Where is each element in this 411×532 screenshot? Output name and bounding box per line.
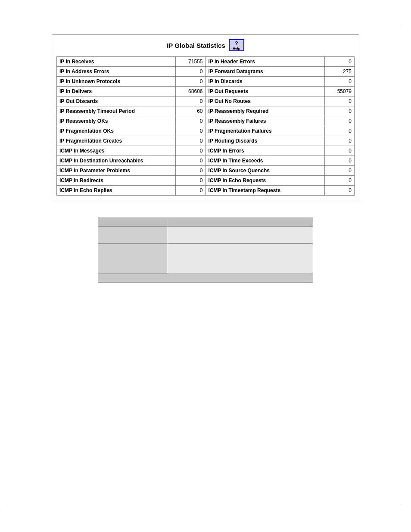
stat-right-label: IP Reassembly Failures (206, 116, 324, 126)
table-row: IP Reassembly Timeout Period60IP Reassem… (57, 106, 355, 116)
table-row: IP Fragmentation OKs0IP Fragmentation Fa… (57, 126, 355, 136)
stat-left-value: 0 (176, 156, 206, 166)
stat-right-label: IP Routing Discards (206, 136, 324, 146)
table-row: IP In Address Errors0IP Forward Datagram… (57, 67, 355, 77)
stat-left-value: 0 (176, 77, 206, 87)
bottom-divider (9, 506, 402, 506)
lower-data-col2-1 (167, 227, 313, 244)
table-row: ICMP In Messages0ICMP In Errors0 (57, 146, 355, 156)
table-row: ICMP In Redirects0ICMP In Echo Requests0 (57, 176, 355, 186)
table-row: IP In Delivers68606IP Out Requests55079 (57, 87, 355, 96)
stat-right-value: 0 (324, 146, 354, 156)
table-row: ICMP In Destination Unreachables0ICMP In… (57, 156, 355, 166)
stat-left-label: ICMP In Redirects (57, 176, 176, 186)
page-container: IP Global Statistics ? Help IP In Receiv… (0, 0, 411, 532)
stat-left-value: 0 (176, 96, 206, 106)
help-question-icon: ? (235, 40, 238, 47)
help-label: Help (233, 47, 240, 50)
stat-left-value: 0 (176, 146, 206, 156)
stat-left-value: 0 (176, 116, 206, 126)
table-row: IP In Receives71555IP In Header Errors0 (57, 57, 355, 67)
panel-title: IP Global Statistics (167, 42, 225, 49)
stat-right-value: 0 (324, 126, 354, 136)
panel-header: IP Global Statistics ? Help (56, 39, 355, 51)
stat-right-label: IP Fragmentation Failures (206, 126, 324, 136)
stat-right-label: IP Reassembly Required (206, 106, 324, 116)
stats-table: IP In Receives71555IP In Header Errors0I… (56, 56, 355, 196)
stat-left-value: 0 (176, 186, 206, 196)
table-row: ICMP In Echo Replies0ICMP In Timestamp R… (57, 186, 355, 196)
stat-right-label: ICMP In Time Exceeds (206, 156, 324, 166)
stat-left-label: IP Reassembly Timeout Period (57, 106, 176, 116)
stat-left-value: 0 (176, 166, 206, 176)
table-row: IP In Unknown Protocols0IP In Discards0 (57, 77, 355, 87)
lower-data-row2 (98, 244, 313, 274)
lower-header-col1 (98, 218, 167, 227)
stat-left-label: IP In Unknown Protocols (57, 77, 176, 87)
lower-footer-cell (98, 274, 313, 283)
stat-right-value: 55079 (324, 87, 354, 96)
lower-table (98, 218, 313, 283)
stat-right-label: ICMP In Source Quenchs (206, 166, 324, 176)
stat-left-value: 68606 (176, 87, 206, 96)
stat-right-value: 0 (324, 116, 354, 126)
stat-right-label: IP In Discards (206, 77, 324, 87)
stat-left-label: ICMP In Echo Replies (57, 186, 176, 196)
stat-right-value: 0 (324, 156, 354, 166)
stat-left-label: IP Reassembly OKs (57, 116, 176, 126)
lower-header-row (98, 218, 313, 227)
stat-right-value: 0 (324, 96, 354, 106)
stat-left-label: IP In Receives (57, 57, 176, 67)
stat-left-value: 71555 (176, 57, 206, 67)
stat-left-value: 60 (176, 106, 206, 116)
stat-right-value: 0 (324, 106, 354, 116)
stat-left-label: ICMP In Messages (57, 146, 176, 156)
stat-left-value: 0 (176, 67, 206, 77)
stat-right-label: IP In Header Errors (206, 57, 324, 67)
stat-left-label: IP In Delivers (57, 87, 176, 96)
stat-left-label: ICMP In Parameter Problems (57, 166, 176, 176)
main-content: IP Global Statistics ? Help IP In Receiv… (52, 34, 359, 283)
lower-data-row1 (98, 227, 313, 244)
top-divider (9, 26, 402, 26)
stat-left-value: 0 (176, 136, 206, 146)
stat-right-value: 0 (324, 176, 354, 186)
lower-data-col1-2 (98, 244, 167, 274)
stat-right-value: 0 (324, 186, 354, 196)
stat-right-value: 275 (324, 67, 354, 77)
stat-left-label: IP Out Discards (57, 96, 176, 106)
lower-data-col1-1 (98, 227, 167, 244)
ip-stats-panel: IP Global Statistics ? Help IP In Receiv… (52, 34, 359, 200)
stat-right-label: ICMP In Errors (206, 146, 324, 156)
lower-section (52, 218, 359, 283)
stat-left-value: 0 (176, 126, 206, 136)
table-row: ICMP In Parameter Problems0ICMP In Sourc… (57, 166, 355, 176)
stat-right-label: IP Out Requests (206, 87, 324, 96)
stat-right-label: ICMP In Echo Requests (206, 176, 324, 186)
stat-right-label: ICMP In Timestamp Requests (206, 186, 324, 196)
stat-right-value: 0 (324, 57, 354, 67)
table-row: IP Fragmentation Creates0IP Routing Disc… (57, 136, 355, 146)
stat-left-label: IP Fragmentation Creates (57, 136, 176, 146)
stat-right-label: IP Forward Datagrams (206, 67, 324, 77)
lower-header-col2 (167, 218, 313, 227)
table-row: IP Out Discards0IP Out No Routes0 (57, 96, 355, 106)
help-button[interactable]: ? Help (229, 39, 244, 51)
stat-left-label: IP In Address Errors (57, 67, 176, 77)
lower-data-col2-2 (167, 244, 313, 274)
stat-left-label: ICMP In Destination Unreachables (57, 156, 176, 166)
stat-right-label: IP Out No Routes (206, 96, 324, 106)
stat-right-value: 0 (324, 166, 354, 176)
table-row: IP Reassembly OKs0IP Reassembly Failures… (57, 116, 355, 126)
stat-right-value: 0 (324, 136, 354, 146)
stat-left-label: IP Fragmentation OKs (57, 126, 176, 136)
stat-right-value: 0 (324, 77, 354, 87)
lower-footer-row (98, 274, 313, 283)
stat-left-value: 0 (176, 176, 206, 186)
